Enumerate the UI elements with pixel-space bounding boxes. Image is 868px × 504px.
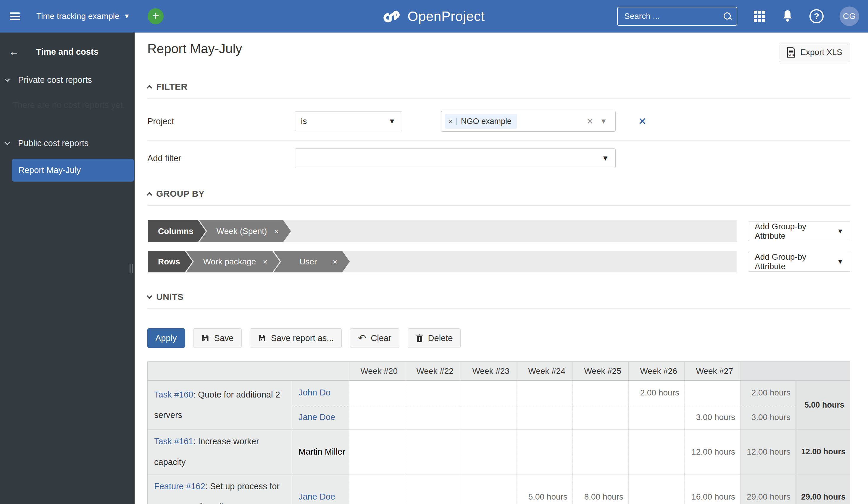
group-attribute-user[interactable]: User × [273,251,350,272]
time-report-table: Week #20 Week #22 Week #23 Week #24 Week… [147,361,850,504]
notifications-bell-icon[interactable] [781,9,794,23]
rows-drop-zone[interactable]: Rows Work package × User × [148,251,737,272]
filter-label-project: Project [147,117,294,126]
delete-label: Delete [428,333,453,343]
svg-text:XLS: XLS [788,54,794,57]
divider [147,140,850,141]
filter-operator-select[interactable]: is ▼ [294,112,402,131]
divider [147,205,850,206]
header-total-cell [741,362,850,381]
work-package-link[interactable]: Task #161 [154,437,193,446]
add-group-by-attribute-rows[interactable]: Add Group-by Attribute ▼ [748,252,850,272]
back-arrow-icon[interactable]: ← [9,47,19,57]
chevron-down-icon[interactable]: ▼ [600,117,607,125]
work-package-link[interactable]: Task #160 [154,390,193,399]
column-header-week[interactable]: Week #22 [405,362,461,381]
hours-cell [405,405,461,429]
chip-remove-icon[interactable]: × [445,118,457,125]
hamburger-menu-icon[interactable] [10,12,20,20]
group-by-section-toggle[interactable]: GROUP BY [147,189,850,199]
row-total-cell: 12.00 hours [741,429,796,474]
section-label: Public cost reports [18,138,89,148]
column-header-week[interactable]: Week #20 [349,362,405,381]
help-icon[interactable]: ? [809,9,824,23]
save-report-as-button[interactable]: Save report as... [250,328,342,348]
sidebar-section-public-cost-reports[interactable]: Public cost reports [0,138,135,148]
multiselect-clear-icon[interactable]: ✕ [587,117,593,126]
sidebar-item-report-may-july[interactable]: Report May-July [12,159,134,182]
chevron-down-icon: ▼ [124,12,130,20]
openproject-logo[interactable]: OpenProject [383,8,485,24]
divider [147,98,850,98]
chevron-down-icon: ▼ [389,117,395,125]
user-link[interactable]: Jane Doe [299,412,335,422]
save-floppy-icon [258,334,266,342]
chevron-down-icon [4,76,10,82]
clear-button[interactable]: ↶ Clear [350,328,399,348]
filter-value-multiselect[interactable]: × NGO example ✕ ▼ [441,111,616,132]
export-xls-button[interactable]: XLS Export XLS [779,43,850,62]
add-group-by-attribute-columns[interactable]: Add Group-by Attribute ▼ [748,222,850,241]
hours-cell [573,429,629,474]
clear-label: Clear [371,333,391,343]
filter-row-add: Add filter ▼ [147,148,850,168]
remove-attribute-icon[interactable]: × [263,257,267,266]
user-cell: John Do [292,381,349,405]
delete-button[interactable]: Delete [408,328,461,348]
row-total-cell: 3.00 hours [741,405,796,429]
user-avatar[interactable]: CG [840,7,859,26]
user-cell: Jane Doe [292,405,349,429]
column-header-week[interactable]: Week #23 [461,362,517,381]
remove-filter-icon[interactable]: ✕ [638,116,647,126]
apply-button[interactable]: Apply [147,328,185,348]
search-input[interactable] [624,12,723,21]
hours-cell [517,405,573,429]
selected-project-chip: × NGO example [445,114,517,129]
group-by-heading: GROUP BY [156,189,204,199]
hours-cell [461,381,517,405]
group-total-cell: 12.00 hours [796,429,850,474]
units-heading: UNITS [156,292,184,302]
add-filter-select[interactable]: ▼ [294,148,616,168]
hours-cell [517,429,573,474]
sidebar-section-private-cost-reports[interactable]: Private cost reports [0,75,135,85]
hours-cell [629,474,684,504]
divider [147,308,850,309]
hours-cell: 5.00 hours [517,474,573,504]
hours-cell: 8.00 hours [573,474,629,504]
column-header-week[interactable]: Week #26 [629,362,684,381]
remove-attribute-icon[interactable]: × [333,257,337,266]
sidebar: ← Time and costs Private cost reports Th… [0,33,135,504]
modules-grid-icon[interactable] [754,11,765,22]
user-link[interactable]: Jane Doe [299,492,335,501]
sidebar-header: ← Time and costs [0,33,135,57]
plus-icon: + [152,10,159,22]
global-add-button[interactable]: + [148,8,164,24]
sidebar-resize-handle[interactable] [130,264,134,273]
units-section-toggle[interactable]: UNITS [147,292,850,302]
column-header-week[interactable]: Week #27 [684,362,741,381]
filter-section-toggle[interactable]: FILTER [147,82,850,92]
save-floppy-icon [201,334,209,342]
sidebar-title: Time and costs [36,47,99,57]
column-header-week[interactable]: Week #24 [517,362,573,381]
project-selector[interactable]: Time tracking example ▼ [37,12,130,21]
group-attribute-work-package[interactable]: Work package × [186,251,280,272]
hours-cell [517,381,573,405]
work-package-link[interactable]: Feature #162 [154,482,205,491]
global-search-box[interactable] [617,7,737,26]
chevron-down-icon: ▼ [602,154,609,162]
hours-cell [349,405,405,429]
column-header-week[interactable]: Week #25 [573,362,629,381]
undo-icon: ↶ [358,333,366,343]
user-link[interactable]: John Do [299,388,330,397]
columns-drop-zone[interactable]: Columns Week (Spent) × [148,220,737,242]
group-attribute-week-spent[interactable]: Week (Spent) × [199,220,291,242]
add-filter-label: Add filter [147,154,294,163]
remove-attribute-icon[interactable]: × [274,227,278,236]
save-button[interactable]: Save [193,328,242,348]
hours-cell [349,381,405,405]
search-icon[interactable] [723,12,732,21]
hours-cell: 2.00 hours [629,381,684,405]
row-total-cell: 29.00 hours [741,474,796,504]
